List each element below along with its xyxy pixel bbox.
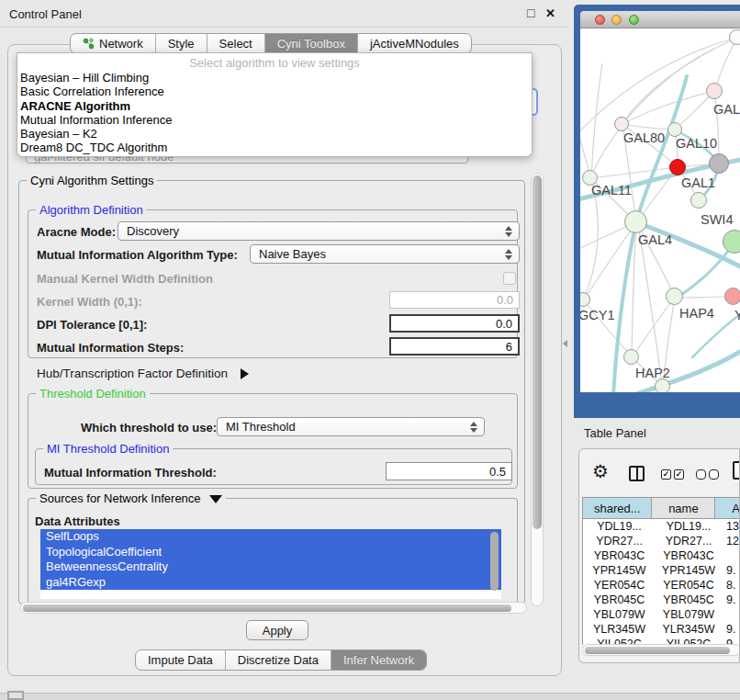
network-node[interactable] [723, 230, 740, 254]
mi-steps-input[interactable]: 6 [389, 337, 520, 356]
algorithm-option-selected[interactable]: ARACNE Algorithm [17, 99, 532, 113]
network-node-gal1-selected[interactable] [669, 159, 686, 175]
table-row[interactable]: YBR043CYBR043C [583, 548, 740, 563]
float-icon[interactable]: □ [527, 6, 534, 20]
cyni-algorithm-settings-title: Cyni Algorithm Settings [27, 174, 157, 187]
panel-splitter-handle[interactable] [563, 340, 567, 347]
network-tab-icon [83, 38, 95, 50]
table-row[interactable]: YDL19...YDL19...13 [583, 519, 740, 534]
mi-algorithm-type-combo[interactable]: Naive Bayes [250, 244, 520, 264]
algorithm-dropdown-popup: Select algorithm to view settings Bayesi… [17, 52, 533, 157]
which-threshold-combo[interactable]: MI Threshold [217, 417, 485, 436]
algorithm-option[interactable]: Mutual Information Inference [17, 113, 532, 127]
tab-select[interactable]: Select [207, 34, 264, 53]
settings-hscrollbar-thumb[interactable] [23, 604, 511, 612]
data-attributes-label: Data Attributes [35, 514, 120, 528]
check-glyph: ✓ [676, 469, 683, 479]
hub-definition-label: Hub/Transcription Factor Definition [37, 367, 228, 380]
which-threshold-value: MI Threshold [226, 420, 296, 434]
table-hscrollbar-thumb[interactable] [585, 647, 730, 654]
tab-jactivemnodules[interactable]: jActiveMNodules [357, 34, 471, 53]
attribute-item-selected[interactable]: SelfLoops [40, 529, 501, 545]
tab-cyni-toolbox[interactable]: Cyni Toolbox [264, 34, 357, 53]
column-layout-icon[interactable] [629, 466, 645, 481]
tab-discretize-data[interactable]: Discretize Data [225, 650, 331, 670]
hub-definition-expander[interactable]: Hub/Transcription Factor Definition [37, 365, 249, 381]
table-row[interactable]: YBL079WYBL079W [583, 607, 740, 622]
table-row[interactable]: YER054CYER054C8. [583, 578, 740, 593]
settings-vscrollbar-thumb[interactable] [533, 175, 542, 529]
mi-threshold-input[interactable]: 0.5 [386, 462, 512, 480]
attributes-scrollbar-thumb[interactable] [490, 532, 499, 591]
network-node-gal10[interactable] [667, 122, 682, 137]
algorithm-option[interactable]: Basic Correlation Inference [17, 85, 532, 98]
sources-group-header[interactable]: Sources for Network Inference [36, 491, 226, 505]
network-node[interactable] [724, 288, 740, 305]
algorithm-option[interactable]: Bayesian – K2 [17, 127, 532, 141]
dpi-tolerance-input[interactable]: 0.0 [389, 314, 520, 333]
tab-infer-network[interactable]: Infer Network [331, 650, 426, 670]
table-hscrollbar[interactable] [582, 644, 740, 656]
network-node[interactable] [729, 29, 740, 45]
close-icon[interactable]: ✕ [545, 6, 555, 20]
column-header-shared-name[interactable]: shared... [583, 498, 652, 518]
network-node-hap2[interactable] [623, 349, 639, 365]
unchecked-checkbox-icon[interactable] [696, 469, 706, 480]
kernel-width-input[interactable]: 0.0 [389, 291, 520, 309]
window-close-icon[interactable] [595, 15, 605, 25]
network-window-titlebar[interactable] [580, 11, 740, 28]
control-panel: Control Panel □ ✕ Network Style Select C… [0, 0, 569, 700]
node-label: Y [734, 308, 740, 322]
checked-checkbox-icon[interactable]: ✓ [661, 469, 671, 480]
manual-kernel-width-label: Manual Kernel Width Definition [37, 272, 213, 286]
attribute-item-selected[interactable]: gal4RGexp [40, 575, 501, 591]
network-node-swi4[interactable] [690, 192, 707, 209]
kernel-width-label: Kernel Width (0,1): [37, 295, 142, 309]
checked-checkbox-icon[interactable]: ✓ [674, 469, 684, 480]
mi-steps-label: Mutual Information Steps: [37, 341, 184, 355]
aracne-mode-combo[interactable]: Discovery [118, 221, 520, 241]
mi-threshold-value: 0.5 [489, 465, 506, 479]
manual-kernel-width-checkbox[interactable] [503, 272, 516, 285]
table-row[interactable]: YPR145WYPR145W9. [583, 563, 740, 578]
tab-impute-data[interactable]: Impute Data [136, 650, 225, 670]
settings-vscrollbar[interactable] [531, 173, 544, 606]
mi-threshold-label: Mutual Information Threshold: [44, 466, 217, 480]
settings-hscrollbar[interactable] [20, 602, 527, 614]
control-panel-titlebar: Control Panel □ ✕ [0, 0, 569, 28]
table-panel: ⚙ ✓ ✓ shared... name A YDL19...YDL19...1… [578, 448, 740, 663]
attribute-item-selected[interactable]: TopologicalCoefficient [40, 545, 501, 560]
apply-button[interactable]: Apply [246, 620, 308, 640]
unchecked-checkbox-icon[interactable] [709, 469, 719, 480]
window-minimize-icon[interactable] [611, 15, 622, 25]
tab-style[interactable]: Style [155, 34, 207, 53]
network-node-hap4[interactable] [666, 288, 683, 305]
minimized-panel-icon[interactable] [7, 691, 24, 700]
dpi-tolerance-value: 0.0 [496, 317, 512, 331]
tab-jactivemnodules-label: jActiveMNodules [370, 37, 459, 51]
network-node[interactable] [709, 153, 729, 174]
table-row[interactable]: YBR045CYBR045C9. [583, 593, 740, 607]
attribute-item-selected[interactable]: BetweennessCentrality [40, 559, 501, 575]
which-threshold-label: Which threshold to use: [81, 421, 217, 435]
node-label-gcy1: GCY1 [580, 308, 615, 322]
tab-network[interactable]: Network [71, 34, 155, 53]
document-icon[interactable] [733, 461, 740, 480]
network-window[interactable]: GAL GAL80 GAL10 GAL1 GAL11 SWI4 GAL4 GCY… [574, 5, 740, 418]
algorithm-option[interactable]: Dream8 DC_TDC Algorithm [17, 141, 532, 154]
window-zoom-icon[interactable] [629, 15, 639, 25]
network-node-gal80[interactable] [614, 117, 629, 131]
column-header-partial[interactable]: A [715, 498, 740, 518]
node-label-gal80: GAL80 [623, 130, 665, 145]
algorithm-option[interactable]: Bayesian – Hill Climbing [17, 71, 532, 85]
network-node-gal4[interactable] [624, 210, 647, 233]
network-canvas[interactable]: GAL GAL80 GAL10 GAL1 GAL11 SWI4 GAL4 GCY… [580, 28, 740, 392]
column-header-name[interactable]: name [652, 498, 715, 518]
gear-icon[interactable]: ⚙ [592, 462, 609, 480]
tab-infer-network-label: Infer Network [343, 653, 414, 667]
table-row[interactable]: YDR27...YDR27...12 [583, 534, 740, 548]
network-node[interactable] [655, 378, 670, 392]
network-node[interactable] [706, 83, 723, 99]
bottom-panel-strip [0, 693, 740, 700]
table-row[interactable]: YLR345WYLR345W9. [583, 622, 740, 637]
